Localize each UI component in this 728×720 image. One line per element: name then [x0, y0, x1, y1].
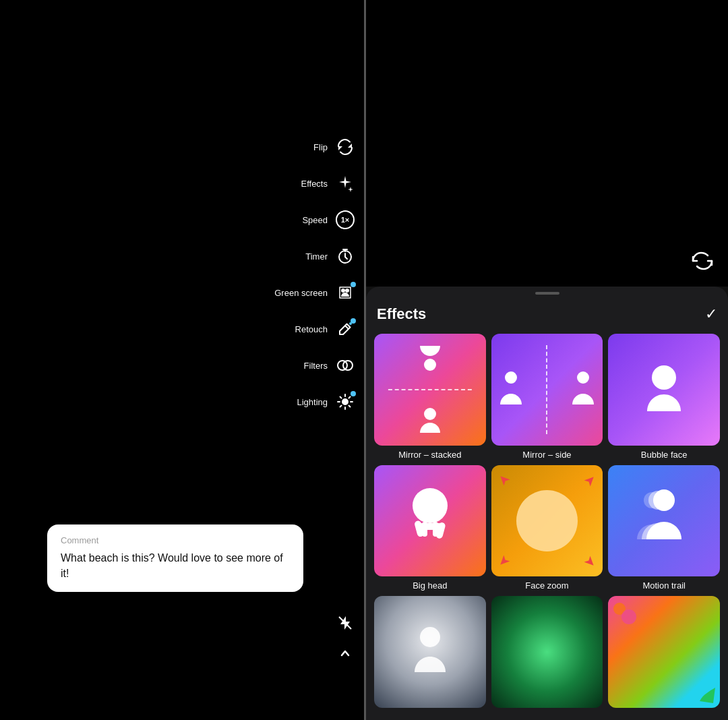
confirm-button[interactable]: ✓ — [705, 305, 717, 323]
svg-point-2 — [345, 289, 349, 293]
green-screen-label: Green screen — [274, 288, 328, 298]
effect-label-bubble-face: Bubble face — [641, 450, 688, 460]
comment-label: Comment — [61, 535, 290, 545]
green-screen-dot — [351, 282, 356, 287]
effect-label-big-head: Big head — [413, 580, 447, 591]
right-panel: Effects ✓ Mir — [366, 0, 728, 720]
effect-label-mirror-stacked: Mirror – stacked — [398, 450, 461, 460]
effect-bubble-face[interactable]: Bubble face — [608, 334, 720, 460]
filters-icon[interactable] — [333, 353, 357, 378]
effects-icon[interactable] — [333, 171, 357, 196]
retouch-label: Retouch — [295, 324, 328, 334]
timer-control[interactable]: Timer — [270, 244, 357, 268]
effect-thumb-mirror-stacked — [374, 334, 486, 446]
effect-big-head[interactable]: Big head — [374, 465, 486, 591]
effect-row3-2[interactable] — [491, 596, 603, 712]
svg-point-21 — [413, 488, 448, 523]
effects-control[interactable]: Effects — [270, 171, 357, 196]
flip-label: Flip — [313, 142, 328, 152]
effects-title: Effects — [377, 305, 426, 323]
svg-line-11 — [340, 397, 342, 398]
svg-line-13 — [349, 397, 351, 398]
effect-label-mirror-side: Mirror – side — [522, 450, 571, 460]
drag-handle[interactable] — [535, 292, 559, 295]
effect-thumb-mirror-side — [491, 334, 603, 446]
svg-line-14 — [340, 406, 342, 407]
svg-point-30 — [420, 627, 440, 647]
flash-button[interactable] — [333, 611, 357, 635]
effects-header: Effects ✓ — [366, 305, 728, 334]
retouch-control[interactable]: Retouch — [270, 317, 357, 341]
retouch-dot — [351, 318, 356, 324]
effect-thumb-row3-2 — [491, 596, 603, 708]
effect-thumb-motion-trail — [608, 465, 720, 577]
bottom-controls — [333, 611, 357, 666]
svg-point-29 — [653, 489, 675, 511]
svg-point-17 — [424, 408, 436, 420]
effect-thumb-big-head — [374, 465, 486, 577]
green-screen-control[interactable]: Green screen — [270, 280, 357, 305]
effect-thumb-row3-3 — [608, 596, 720, 708]
effect-thumb-bubble-face — [608, 334, 720, 446]
effect-face-zoom[interactable]: ➤ ➤ ➤ ➤ Face zoom — [491, 465, 603, 591]
effect-row3-3[interactable] — [608, 596, 720, 712]
timer-icon[interactable] — [333, 244, 357, 268]
effects-panel: Effects ✓ Mir — [366, 287, 728, 720]
effect-row3-1[interactable] — [374, 596, 486, 712]
effect-label-motion-trail: Motion trail — [642, 580, 686, 591]
lighting-dot — [351, 391, 356, 396]
flip-icon[interactable] — [333, 135, 357, 159]
camera-controls: Flip Effects Speed 1× — [270, 135, 364, 414]
reset-button[interactable] — [688, 246, 717, 276]
retouch-icon[interactable] — [333, 317, 357, 341]
speed-icon[interactable]: 1× — [333, 208, 357, 232]
effect-label-face-zoom: Face zoom — [525, 580, 568, 591]
effect-mirror-side[interactable]: Mirror – side — [491, 334, 603, 460]
svg-line-12 — [349, 406, 351, 407]
camera-preview — [366, 0, 728, 287]
green-screen-icon[interactable] — [333, 280, 357, 305]
svg-point-6 — [342, 398, 348, 405]
effect-motion-trail[interactable]: Motion trail — [608, 465, 720, 591]
filters-label: Filters — [304, 361, 328, 371]
svg-point-20 — [652, 365, 676, 390]
effect-thumb-row3-1 — [374, 596, 486, 708]
timer-label: Timer — [305, 251, 328, 262]
svg-point-1 — [341, 289, 345, 293]
lighting-control[interactable]: Lighting — [270, 390, 357, 414]
lighting-label: Lighting — [297, 397, 328, 407]
flip-control[interactable]: Flip — [270, 135, 357, 159]
left-panel: Flip Effects Speed 1× — [0, 0, 364, 720]
expand-button[interactable] — [333, 642, 357, 666]
svg-point-18 — [505, 371, 517, 384]
svg-point-16 — [424, 359, 436, 371]
lighting-icon[interactable] — [333, 390, 357, 414]
speed-control[interactable]: Speed 1× — [270, 208, 357, 232]
effects-label: Effects — [301, 179, 328, 189]
svg-point-19 — [577, 371, 589, 384]
effect-thumb-face-zoom: ➤ ➤ ➤ ➤ — [491, 465, 603, 577]
effects-grid: Mirror – stacked Mirror — [366, 334, 728, 720]
effect-mirror-stacked[interactable]: Mirror – stacked — [374, 334, 486, 460]
comment-text: What beach is this? Would love to see mo… — [61, 551, 290, 581]
filters-control[interactable]: Filters — [270, 353, 357, 378]
comment-bubble: Comment What beach is this? Would love t… — [47, 524, 303, 592]
speed-badge: 1× — [336, 210, 355, 229]
speed-label: Speed — [302, 215, 328, 225]
